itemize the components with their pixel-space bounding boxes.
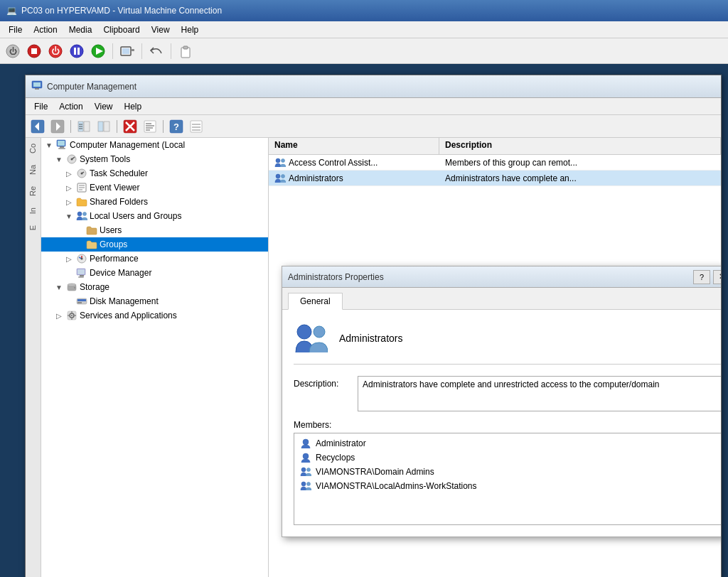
administrators-name: Administrators [289, 173, 343, 183]
member-recyclops-name: Recyclops [316, 453, 355, 463]
label-e: E [26, 220, 41, 236]
cm-menu-file[interactable]: File [28, 100, 53, 113]
cm-menubar: File Action View Help [26, 98, 721, 115]
resume-button[interactable] [88, 41, 108, 61]
tree-task-scheduler[interactable]: ▷ Task Scheduler [41, 166, 268, 180]
tree-root[interactable]: ▼ Computer Management (Local [41, 138, 268, 152]
shared-folders-label: Shared Folders [90, 197, 148, 207]
member-localadmins[interactable]: VIAMONSTRA\LocalAdmins-WorkStations [297, 479, 721, 493]
svg-point-83 [297, 325, 311, 339]
vm-menu-action[interactable]: Action [28, 23, 63, 36]
list-row-administrators[interactable]: Administrators Administrators have compl… [269, 171, 721, 186]
dialog-help-btn[interactable]: ? [693, 270, 710, 284]
list-row-access-control[interactable]: Access Control Assist... Members of this… [269, 155, 721, 171]
tree-shared-folders[interactable]: ▷ Shared Folders [41, 195, 268, 209]
tab-general[interactable]: General [288, 293, 343, 310]
vm-menu-help[interactable]: Help [176, 23, 205, 36]
services-icon [66, 310, 77, 321]
vm-menu-file[interactable]: File [3, 23, 28, 36]
vm-menu-clipboard[interactable]: Clipboard [97, 23, 145, 36]
label-na: Na [26, 159, 41, 180]
svg-point-86 [303, 453, 309, 459]
tree-local-users[interactable]: ▼ Local Users and Groups [41, 209, 268, 223]
svg-rect-13 [132, 49, 134, 51]
member-administrator[interactable]: Administrator [297, 436, 721, 451]
col-name[interactable]: Name [269, 138, 439, 154]
cm-view-button[interactable] [95, 117, 113, 136]
svg-rect-8 [77, 48, 80, 55]
admin-group-name: Administrators [339, 333, 402, 344]
svg-rect-70 [77, 299, 86, 301]
device-manager-icon [76, 267, 87, 279]
clipboard-button[interactable] [176, 41, 196, 61]
vm-menu-view[interactable]: View [146, 23, 176, 36]
shared-folders-expander: ▷ [64, 197, 74, 207]
dialog-close-btn[interactable]: ✕ [713, 270, 721, 284]
member-domain-admins-name: VIAMONSTRA\Domain Admins [316, 467, 434, 477]
cm-help-button[interactable]: ? [167, 117, 186, 136]
poweroff-button[interactable]: ⏻ [46, 41, 65, 61]
undo-button[interactable] [146, 41, 166, 61]
cm-menu-action[interactable]: Action [53, 100, 88, 113]
services-label: Services and Applications [80, 311, 177, 320]
cm-menu-view[interactable]: View [89, 100, 119, 113]
disk-management-label: Disk Management [90, 296, 159, 306]
svg-point-59 [83, 212, 87, 216]
tree-services[interactable]: ▷ Services an [41, 308, 268, 323]
tree-users[interactable]: Users [41, 223, 268, 237]
root-expander: ▼ [44, 140, 54, 150]
cm-listview-button[interactable] [187, 117, 205, 136]
tree-performance[interactable]: ▷ Performance [41, 252, 268, 266]
tree-event-viewer[interactable]: ▷ Event Viewer [41, 180, 268, 195]
task-scheduler-expander: ▷ [64, 168, 74, 178]
cm-menu-help[interactable]: Help [119, 100, 148, 113]
col-description[interactable]: Description [439, 138, 721, 154]
svg-point-58 [77, 212, 82, 216]
users-label: Users [100, 225, 122, 235]
tree-device-manager[interactable]: Device Manager [41, 266, 268, 280]
stop-button[interactable] [24, 41, 44, 61]
tree-disk-management[interactable]: Disk Management [41, 294, 268, 308]
local-users-label: Local Users and Groups [90, 211, 181, 221]
cm-delete-button[interactable] [121, 117, 139, 136]
dialog-titlebar: Administrators Properties ? ✕ [282, 266, 721, 288]
svg-point-6 [70, 45, 83, 58]
svg-rect-15 [183, 46, 188, 49]
tree-storage[interactable]: ▼ Storage [41, 280, 268, 294]
task-scheduler-label: Task Scheduler [90, 168, 148, 178]
vm-menubar: File Action Media Clipboard View Help [0, 21, 728, 38]
svg-point-87 [301, 468, 306, 472]
svg-rect-24 [84, 122, 90, 131]
administrators-properties-dialog[interactable]: Administrators Properties ? ✕ General [282, 266, 721, 537]
svg-point-61 [81, 258, 83, 260]
svg-rect-17 [33, 82, 41, 87]
member-recyclops[interactable]: Recyclops [297, 451, 721, 465]
vm-menu-media[interactable]: Media [63, 23, 98, 36]
pause-button[interactable] [67, 41, 87, 61]
access-control-icon [274, 157, 286, 168]
cm-showhide-button[interactable] [75, 117, 93, 136]
power-button[interactable]: ⏻ [3, 41, 23, 61]
administrators-desc: Administrators have complete an... [439, 172, 721, 185]
cm-properties-button[interactable] [141, 117, 159, 136]
system-tools-icon [66, 153, 77, 165]
member-domain-admins[interactable]: VIAMONSTRA\Domain Admins [297, 465, 721, 479]
label-re: Re [26, 180, 41, 202]
local-users-icon [76, 210, 87, 222]
svg-text:⏻: ⏻ [51, 46, 60, 56]
dialog-controls: ? ✕ [693, 270, 721, 284]
description-input[interactable] [358, 376, 721, 411]
screenshot-button[interactable] [117, 41, 137, 61]
cm-back-button[interactable] [28, 117, 47, 136]
cm-titlebar-icon [31, 80, 43, 93]
vm-title: PC03 on HYPERVAMD - Virtual Machine Conn… [21, 6, 222, 16]
svg-point-84 [314, 326, 325, 338]
cm-forward-button[interactable] [48, 117, 67, 136]
event-viewer-icon [76, 182, 87, 193]
member-localadmins-icon [300, 480, 311, 492]
event-viewer-label: Event Viewer [90, 183, 139, 193]
disk-management-icon [76, 296, 87, 307]
tree-groups[interactable]: Groups [41, 237, 268, 252]
tree-system-tools[interactable]: ▼ System Tools [41, 152, 268, 166]
description-label: Description: [294, 376, 358, 389]
